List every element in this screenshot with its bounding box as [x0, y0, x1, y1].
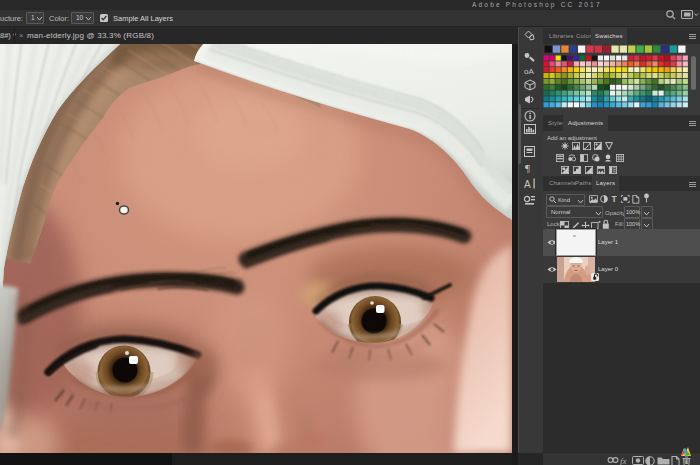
svg-text:oA: oA: [524, 67, 534, 76]
svg-text:T: T: [612, 194, 618, 203]
svg-text:¶: ¶: [525, 162, 530, 173]
svg-text:A: A: [524, 179, 531, 190]
svg-text:fx: fx: [620, 456, 627, 465]
